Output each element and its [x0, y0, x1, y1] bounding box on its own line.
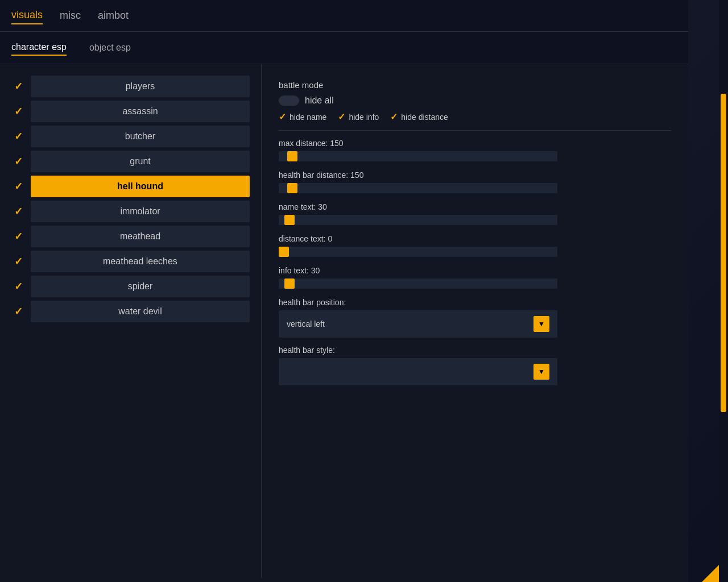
- tab-visuals[interactable]: visuals: [11, 7, 43, 24]
- entity-btn-meathead-leeches[interactable]: meathead leeches: [31, 251, 250, 272]
- health-bar-distance-label: health bar distance: 150: [279, 171, 671, 180]
- health-bar-position-dropdown[interactable]: vertical left ▼: [279, 310, 557, 338]
- distance-text-thumb[interactable]: [279, 247, 289, 257]
- content-area: ✓ players ✓ assassin ✓ butcher ✓ grunt ✓…: [0, 64, 688, 578]
- check-assassin: ✓: [11, 105, 25, 118]
- distance-text-slider-row: distance text: 0: [279, 234, 671, 257]
- list-item-hell-hound[interactable]: ✓ hell hound: [11, 176, 250, 197]
- hide-distance-check-icon: ✓: [390, 111, 398, 122]
- list-item-grunt[interactable]: ✓ grunt: [11, 151, 250, 172]
- hide-name-label: hide name: [289, 113, 326, 122]
- scrollbar-right[interactable]: [719, 0, 728, 582]
- hide-info-label: hide info: [349, 113, 379, 122]
- health-bar-position-label: health bar position:: [279, 298, 671, 307]
- list-item-players[interactable]: ✓ players: [11, 76, 250, 97]
- check-hell-hound: ✓: [11, 180, 25, 193]
- tab-misc[interactable]: misc: [60, 7, 81, 24]
- list-item-spider[interactable]: ✓ spider: [11, 276, 250, 297]
- hide-distance-label: hide distance: [401, 113, 448, 122]
- check-players: ✓: [11, 80, 25, 93]
- info-text-slider-row: info text: 30: [279, 266, 671, 289]
- entity-btn-assassin[interactable]: assassin: [31, 101, 250, 122]
- entity-btn-butcher[interactable]: butcher: [31, 126, 250, 147]
- battle-mode-label: battle mode: [279, 80, 671, 90]
- entity-btn-immolator[interactable]: immolator: [31, 201, 250, 222]
- check-water-devil: ✓: [11, 305, 25, 318]
- list-item-meathead-leeches[interactable]: ✓ meathead leeches: [11, 251, 250, 272]
- name-text-track[interactable]: [279, 215, 557, 225]
- tab-aimbot[interactable]: aimbot: [98, 7, 129, 24]
- battle-mode-options: ✓ hide name ✓ hide info ✓ hide distance: [279, 111, 671, 122]
- entity-btn-water-devil[interactable]: water devil: [31, 301, 250, 322]
- info-text-thumb[interactable]: [284, 278, 295, 289]
- max-distance-track[interactable]: [279, 151, 557, 161]
- distance-text-track[interactable]: [279, 247, 557, 257]
- sub-tab-bar: character esp object esp: [0, 32, 688, 64]
- hide-info-toggle[interactable]: ✓ hide info: [338, 111, 379, 122]
- settings-panel: battle mode hide all ✓ hide name ✓ hide …: [262, 64, 688, 578]
- hide-all-label: hide all: [305, 95, 334, 106]
- info-text-label: info text: 30: [279, 266, 671, 275]
- distance-text-label: distance text: 0: [279, 234, 671, 243]
- hide-all-row: hide all: [279, 95, 671, 106]
- entity-list: ✓ players ✓ assassin ✓ butcher ✓ grunt ✓…: [0, 64, 262, 578]
- entity-btn-meathead[interactable]: meathead: [31, 226, 250, 247]
- entity-btn-hell-hound[interactable]: hell hound: [31, 176, 250, 197]
- list-item-immolator[interactable]: ✓ immolator: [11, 201, 250, 222]
- tab-character-esp[interactable]: character esp: [11, 40, 67, 56]
- check-meathead: ✓: [11, 230, 25, 243]
- check-immolator: ✓: [11, 205, 25, 218]
- check-butcher: ✓: [11, 130, 25, 143]
- hide-distance-toggle[interactable]: ✓ hide distance: [390, 111, 448, 122]
- check-grunt: ✓: [11, 155, 25, 168]
- name-text-slider-row: name text: 30: [279, 202, 671, 225]
- entity-btn-grunt[interactable]: grunt: [31, 151, 250, 172]
- hide-name-toggle[interactable]: ✓ hide name: [279, 111, 326, 122]
- health-bar-position-value: vertical left: [287, 319, 325, 329]
- info-text-track[interactable]: [279, 278, 557, 289]
- corner-decoration: [702, 565, 719, 582]
- health-bar-style-arrow-icon: ▼: [533, 364, 549, 380]
- check-spider: ✓: [11, 280, 25, 293]
- top-tab-bar: visuals misc aimbot: [0, 0, 688, 32]
- health-bar-position-row: health bar position: vertical left ▼: [279, 298, 671, 338]
- entity-btn-spider[interactable]: spider: [31, 276, 250, 297]
- hide-all-toggle[interactable]: [279, 95, 299, 106]
- divider-1: [279, 130, 671, 131]
- list-item-assassin[interactable]: ✓ assassin: [11, 101, 250, 122]
- tab-object-esp[interactable]: object esp: [89, 40, 131, 55]
- name-text-label: name text: 30: [279, 202, 671, 211]
- list-item-water-devil[interactable]: ✓ water devil: [11, 301, 250, 322]
- check-meathead-leeches: ✓: [11, 255, 25, 268]
- list-item-meathead[interactable]: ✓ meathead: [11, 226, 250, 247]
- health-bar-distance-track[interactable]: [279, 183, 557, 193]
- max-distance-label: max distance: 150: [279, 139, 671, 148]
- health-bar-distance-slider-row: health bar distance: 150: [279, 171, 671, 193]
- list-item-butcher[interactable]: ✓ butcher: [11, 126, 250, 147]
- health-bar-style-row: health bar style: ▼: [279, 346, 671, 385]
- max-distance-slider-row: max distance: 150: [279, 139, 671, 161]
- max-distance-thumb[interactable]: [287, 151, 297, 161]
- entity-btn-players[interactable]: players: [31, 76, 250, 97]
- dropdown-arrow-icon: ▼: [533, 316, 549, 332]
- hide-name-check-icon: ✓: [279, 111, 286, 122]
- name-text-thumb[interactable]: [284, 215, 295, 225]
- health-bar-style-label: health bar style:: [279, 346, 671, 355]
- health-bar-distance-thumb[interactable]: [287, 183, 297, 193]
- health-bar-style-dropdown[interactable]: ▼: [279, 358, 557, 385]
- scrollbar-thumb-vertical[interactable]: [721, 94, 726, 412]
- hide-info-check-icon: ✓: [338, 111, 345, 122]
